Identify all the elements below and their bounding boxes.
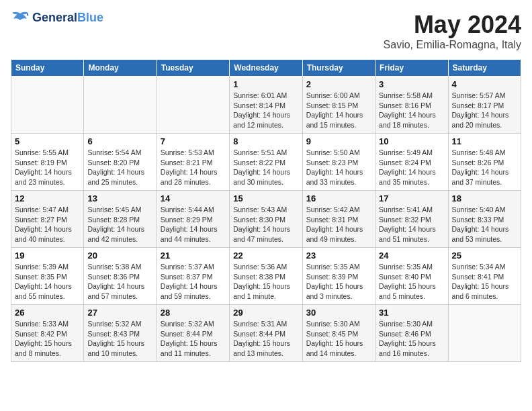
calendar-cell: 8Sunrise: 5:51 AM Sunset: 8:22 PM Daylig… xyxy=(230,134,302,191)
calendar-cell: 31Sunrise: 5:30 AM Sunset: 8:46 PM Dayli… xyxy=(375,305,448,362)
day-number: 6 xyxy=(87,136,152,146)
calendar-cell xyxy=(157,77,229,134)
location-subtitle: Savio, Emilia-Romagna, Italy xyxy=(384,39,521,51)
day-info: Sunrise: 5:34 AM Sunset: 8:41 PM Dayligh… xyxy=(452,262,517,302)
day-number: 14 xyxy=(161,193,226,203)
weekday-header-row: SundayMondayTuesdayWednesdayThursdayFrid… xyxy=(11,60,521,77)
weekday-header: Tuesday xyxy=(157,60,229,77)
day-info: Sunrise: 6:00 AM Sunset: 8:15 PM Dayligh… xyxy=(306,91,371,130)
calendar-cell: 21Sunrise: 5:37 AM Sunset: 8:37 PM Dayli… xyxy=(157,248,229,305)
day-number: 19 xyxy=(15,250,80,261)
day-info: Sunrise: 5:32 AM Sunset: 8:44 PM Dayligh… xyxy=(161,319,226,359)
day-number: 31 xyxy=(379,308,444,318)
day-info: Sunrise: 5:53 AM Sunset: 8:21 PM Dayligh… xyxy=(161,148,226,187)
calendar-table: SundayMondayTuesdayWednesdayThursdayFrid… xyxy=(11,59,521,362)
calendar-cell: 26Sunrise: 5:33 AM Sunset: 8:42 PM Dayli… xyxy=(11,305,84,362)
calendar-cell: 2Sunrise: 6:00 AM Sunset: 8:15 PM Daylig… xyxy=(302,77,375,134)
calendar-week-row: 12Sunrise: 5:47 AM Sunset: 8:27 PM Dayli… xyxy=(11,191,521,248)
calendar-cell: 19Sunrise: 5:39 AM Sunset: 8:35 PM Dayli… xyxy=(11,248,84,305)
calendar-cell: 14Sunrise: 5:44 AM Sunset: 8:29 PM Dayli… xyxy=(157,191,229,248)
day-number: 22 xyxy=(233,250,298,261)
day-info: Sunrise: 5:42 AM Sunset: 8:31 PM Dayligh… xyxy=(306,205,371,244)
calendar-cell: 4Sunrise: 5:57 AM Sunset: 8:17 PM Daylig… xyxy=(448,77,521,134)
day-info: Sunrise: 5:51 AM Sunset: 8:22 PM Dayligh… xyxy=(233,148,298,187)
calendar-week-row: 26Sunrise: 5:33 AM Sunset: 8:42 PM Dayli… xyxy=(11,305,521,362)
day-number: 25 xyxy=(452,250,517,261)
logo-text: GeneralBlue xyxy=(32,11,103,25)
day-info: Sunrise: 5:30 AM Sunset: 8:46 PM Dayligh… xyxy=(379,319,444,359)
day-info: Sunrise: 5:36 AM Sunset: 8:38 PM Dayligh… xyxy=(233,262,298,302)
day-number: 2 xyxy=(306,79,371,89)
calendar-week-row: 1Sunrise: 6:01 AM Sunset: 8:14 PM Daylig… xyxy=(11,77,521,134)
calendar-cell: 27Sunrise: 5:32 AM Sunset: 8:43 PM Dayli… xyxy=(84,305,157,362)
day-info: Sunrise: 5:50 AM Sunset: 8:23 PM Dayligh… xyxy=(306,148,371,187)
day-info: Sunrise: 5:47 AM Sunset: 8:27 PM Dayligh… xyxy=(15,205,80,244)
day-number: 17 xyxy=(379,193,444,203)
day-number: 27 xyxy=(87,308,152,318)
day-number: 11 xyxy=(452,136,517,146)
calendar-cell: 13Sunrise: 5:45 AM Sunset: 8:28 PM Dayli… xyxy=(84,191,157,248)
day-info: Sunrise: 5:45 AM Sunset: 8:28 PM Dayligh… xyxy=(87,205,152,244)
weekday-header: Sunday xyxy=(11,60,84,77)
calendar-cell: 16Sunrise: 5:42 AM Sunset: 8:31 PM Dayli… xyxy=(302,191,375,248)
logo: GeneralBlue xyxy=(11,11,103,26)
day-info: Sunrise: 5:31 AM Sunset: 8:44 PM Dayligh… xyxy=(233,319,298,359)
weekday-header: Monday xyxy=(84,60,157,77)
day-number: 9 xyxy=(306,136,371,146)
calendar-cell: 23Sunrise: 5:35 AM Sunset: 8:39 PM Dayli… xyxy=(302,248,375,305)
calendar-cell xyxy=(448,305,521,362)
calendar-cell: 11Sunrise: 5:48 AM Sunset: 8:26 PM Dayli… xyxy=(448,134,521,191)
calendar-cell: 25Sunrise: 5:34 AM Sunset: 8:41 PM Dayli… xyxy=(448,248,521,305)
day-number: 5 xyxy=(15,136,80,146)
day-info: Sunrise: 6:01 AM Sunset: 8:14 PM Dayligh… xyxy=(233,91,298,130)
calendar-cell xyxy=(11,77,84,134)
day-number: 15 xyxy=(233,193,298,203)
day-number: 7 xyxy=(161,136,226,146)
day-number: 20 xyxy=(87,250,152,261)
day-info: Sunrise: 5:54 AM Sunset: 8:20 PM Dayligh… xyxy=(87,148,152,187)
day-number: 16 xyxy=(306,193,371,203)
calendar-cell: 10Sunrise: 5:49 AM Sunset: 8:24 PM Dayli… xyxy=(375,134,448,191)
calendar-cell: 3Sunrise: 5:58 AM Sunset: 8:16 PM Daylig… xyxy=(375,77,448,134)
day-number: 21 xyxy=(161,250,226,261)
day-info: Sunrise: 5:58 AM Sunset: 8:16 PM Dayligh… xyxy=(379,91,444,130)
weekday-header: Wednesday xyxy=(230,60,302,77)
day-info: Sunrise: 5:35 AM Sunset: 8:40 PM Dayligh… xyxy=(379,262,444,302)
day-info: Sunrise: 5:33 AM Sunset: 8:42 PM Dayligh… xyxy=(15,319,80,359)
day-number: 13 xyxy=(87,193,152,203)
day-info: Sunrise: 5:30 AM Sunset: 8:45 PM Dayligh… xyxy=(306,319,371,359)
day-number: 30 xyxy=(306,308,371,318)
day-info: Sunrise: 5:44 AM Sunset: 8:29 PM Dayligh… xyxy=(161,205,226,244)
calendar-cell: 22Sunrise: 5:36 AM Sunset: 8:38 PM Dayli… xyxy=(230,248,302,305)
day-number: 10 xyxy=(379,136,444,146)
weekday-header: Saturday xyxy=(448,60,521,77)
calendar-cell: 20Sunrise: 5:38 AM Sunset: 8:36 PM Dayli… xyxy=(84,248,157,305)
day-number: 28 xyxy=(161,308,226,318)
calendar-cell: 29Sunrise: 5:31 AM Sunset: 8:44 PM Dayli… xyxy=(230,305,302,362)
day-info: Sunrise: 5:40 AM Sunset: 8:33 PM Dayligh… xyxy=(452,205,517,244)
day-info: Sunrise: 5:38 AM Sunset: 8:36 PM Dayligh… xyxy=(87,262,152,302)
day-number: 8 xyxy=(233,136,298,146)
day-number: 23 xyxy=(306,250,371,261)
day-info: Sunrise: 5:37 AM Sunset: 8:37 PM Dayligh… xyxy=(161,262,226,302)
weekday-header: Friday xyxy=(375,60,448,77)
day-number: 18 xyxy=(452,193,517,203)
calendar-cell: 28Sunrise: 5:32 AM Sunset: 8:44 PM Dayli… xyxy=(157,305,229,362)
day-info: Sunrise: 5:49 AM Sunset: 8:24 PM Dayligh… xyxy=(379,148,444,187)
calendar-cell: 9Sunrise: 5:50 AM Sunset: 8:23 PM Daylig… xyxy=(302,134,375,191)
day-number: 3 xyxy=(379,79,444,89)
page-header: GeneralBlue May 2024 Savio, Emilia-Romag… xyxy=(11,11,521,51)
day-info: Sunrise: 5:35 AM Sunset: 8:39 PM Dayligh… xyxy=(306,262,371,302)
calendar-cell: 12Sunrise: 5:47 AM Sunset: 8:27 PM Dayli… xyxy=(11,191,84,248)
day-info: Sunrise: 5:39 AM Sunset: 8:35 PM Dayligh… xyxy=(15,262,80,302)
calendar-cell xyxy=(84,77,157,134)
day-info: Sunrise: 5:32 AM Sunset: 8:43 PM Dayligh… xyxy=(87,319,152,359)
day-info: Sunrise: 5:57 AM Sunset: 8:17 PM Dayligh… xyxy=(452,91,517,130)
calendar-cell: 18Sunrise: 5:40 AM Sunset: 8:33 PM Dayli… xyxy=(448,191,521,248)
day-info: Sunrise: 5:55 AM Sunset: 8:19 PM Dayligh… xyxy=(15,148,80,187)
calendar-week-row: 19Sunrise: 5:39 AM Sunset: 8:35 PM Dayli… xyxy=(11,248,521,305)
weekday-header: Thursday xyxy=(302,60,375,77)
calendar-cell: 24Sunrise: 5:35 AM Sunset: 8:40 PM Dayli… xyxy=(375,248,448,305)
calendar-cell: 15Sunrise: 5:43 AM Sunset: 8:30 PM Dayli… xyxy=(230,191,302,248)
day-number: 12 xyxy=(15,193,80,203)
